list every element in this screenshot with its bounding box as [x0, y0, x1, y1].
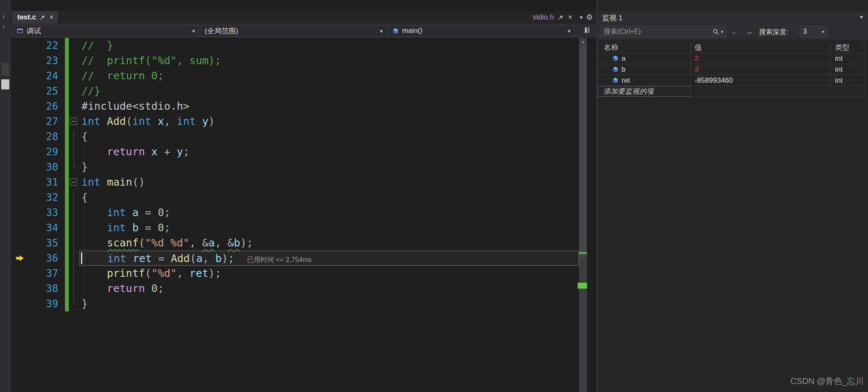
left-sidebar-strip: ‹ ‹: [0, 0, 11, 392]
code-text[interactable]: return x + y;: [79, 144, 579, 160]
code-text[interactable]: int Add(int x, int y): [79, 114, 579, 129]
watch-row-a[interactable]: a2int: [598, 53, 864, 64]
code-text[interactable]: //}: [79, 84, 579, 99]
watch-search-input[interactable]: 搜索(Ctrl+E) ▾: [600, 26, 726, 38]
code-text[interactable]: int ret = Add(a, b);已用时间 <= 2,754ms: [79, 251, 579, 266]
code-text[interactable]: }: [79, 296, 579, 311]
search-prev-icon[interactable]: ←: [731, 27, 738, 36]
breakpoint-margin[interactable]: [11, 296, 35, 311]
breakpoint-margin[interactable]: [11, 175, 35, 190]
close-icon[interactable]: ×: [568, 14, 572, 21]
breakpoint-margin[interactable]: [11, 38, 35, 53]
code-line-25[interactable]: 25//}: [11, 84, 579, 99]
watch-row-b[interactable]: b3int: [598, 64, 864, 75]
watch-row-ret[interactable]: ret-858993460int: [598, 75, 864, 86]
fold-collapse-icon[interactable]: −: [69, 114, 79, 129]
code-line-22[interactable]: 22// }: [11, 38, 579, 53]
breakpoint-margin[interactable]: [11, 190, 35, 205]
breakpoint-margin[interactable]: [11, 220, 35, 235]
code-text[interactable]: return 0;: [79, 281, 579, 296]
code-line-28[interactable]: 28{: [11, 129, 579, 144]
tab-test-c[interactable]: test.c ×: [12, 11, 58, 24]
code-text[interactable]: printf("%d", ret);: [79, 266, 579, 281]
close-icon[interactable]: ×: [49, 14, 53, 21]
code-line-26[interactable]: 26#include<stdio.h>: [11, 99, 579, 114]
code-line-38[interactable]: 38 return 0;: [11, 281, 579, 296]
watch-variable-value[interactable]: 2: [691, 53, 830, 64]
code-line-30[interactable]: 30}: [11, 160, 579, 175]
code-text[interactable]: #include<stdio.h>: [79, 99, 579, 114]
code-text[interactable]: // printf("%d", sum);: [79, 53, 579, 68]
code-text[interactable]: int b = 0;: [79, 220, 579, 235]
column-header-name[interactable]: 名称: [598, 42, 691, 53]
breakpoint-margin[interactable]: [11, 205, 35, 220]
chevron-down-icon[interactable]: ▾: [860, 14, 863, 20]
watch-variable-value[interactable]: 3: [691, 64, 830, 75]
watch-variable-value[interactable]: -858993460: [691, 75, 830, 86]
search-next-icon[interactable]: →: [745, 27, 753, 36]
code-line-31[interactable]: 31−int main(): [11, 175, 579, 190]
breakpoint-margin[interactable]: [11, 129, 35, 144]
code-editor[interactable]: 22// }23// printf("%d", sum);24// return…: [11, 38, 596, 392]
scroll-up-icon[interactable]: ▲: [579, 39, 587, 44]
breakpoint-margin[interactable]: [11, 114, 35, 129]
fold-collapse-icon[interactable]: −: [69, 175, 79, 190]
project-context-select[interactable]: 调试 ▾: [13, 25, 199, 37]
code-text[interactable]: // }: [79, 38, 579, 53]
breakpoint-margin[interactable]: [11, 53, 35, 68]
breakpoint-margin[interactable]: [11, 68, 35, 84]
change-tracking-bar: [65, 99, 69, 114]
code-text[interactable]: scanf("%d %d", &a, &b);: [79, 235, 579, 251]
code-line-33[interactable]: 33 int a = 0;: [11, 205, 579, 220]
code-text[interactable]: }: [79, 160, 579, 175]
search-depth-select[interactable]: 3 ▾: [800, 26, 827, 38]
breakpoint-margin[interactable]: [11, 266, 35, 281]
breakpoint-margin[interactable]: [11, 281, 35, 296]
column-header-value[interactable]: 值: [691, 42, 830, 53]
code-line-37[interactable]: 37 printf("%d", ret);: [11, 266, 579, 281]
chevron-left-icon[interactable]: ‹: [3, 13, 5, 20]
chevron-left-icon[interactable]: ‹: [3, 23, 5, 30]
code-line-39[interactable]: 39}: [11, 296, 579, 311]
fold-margin: [69, 235, 79, 251]
current-statement-arrow-icon[interactable]: [11, 251, 35, 266]
member-select[interactable]: main() ▾: [389, 25, 574, 37]
split-window-icon[interactable]: [584, 27, 590, 35]
breakpoint-margin[interactable]: [11, 84, 35, 99]
column-header-type[interactable]: 类型: [830, 42, 864, 53]
search-icon[interactable]: [713, 29, 719, 35]
tab-stdio-h[interactable]: stdio.h ×: [529, 11, 575, 24]
scrollbar-change-mark: [578, 283, 587, 289]
search-options-chevron-icon[interactable]: ▾: [721, 29, 723, 35]
collapsed-tool-tab-active[interactable]: [1, 79, 9, 89]
code-line-24[interactable]: 24// return 0;: [11, 68, 579, 84]
gear-icon[interactable]: ⚙: [586, 13, 593, 22]
code-line-32[interactable]: 32{: [11, 190, 579, 205]
code-text[interactable]: {: [79, 190, 579, 205]
add-watch-label[interactable]: 添加要监视的项: [603, 86, 654, 97]
code-line-36[interactable]: 36 int ret = Add(a, b);已用时间 <= 2,754ms: [11, 251, 579, 266]
breakpoint-margin[interactable]: [11, 144, 35, 160]
breakpoint-margin[interactable]: [11, 99, 35, 114]
code-line-23[interactable]: 23// printf("%d", sum);: [11, 53, 579, 68]
code-text[interactable]: {: [79, 129, 579, 144]
code-text[interactable]: // return 0;: [79, 68, 579, 84]
scope-select[interactable]: (全局范围) ▾: [201, 25, 387, 37]
keep-open-icon[interactable]: [558, 14, 564, 20]
code-line-29[interactable]: 29 return x + y;: [11, 144, 579, 160]
watch-add-row[interactable]: 添加要监视的项: [598, 86, 864, 97]
breakpoint-margin[interactable]: [11, 160, 35, 175]
vertical-scrollbar[interactable]: ▲: [579, 38, 587, 392]
gutter-gap: [58, 38, 65, 53]
code-line-35[interactable]: 35 scanf("%d %d", &a, &b);: [11, 235, 579, 251]
code-text[interactable]: int main(): [79, 175, 579, 190]
code-line-27[interactable]: 27−int Add(int x, int y): [11, 114, 579, 129]
scrollbar-thumb[interactable]: [580, 46, 586, 257]
collapsed-tool-tab[interactable]: [1, 62, 9, 76]
document-list-chevron-icon[interactable]: ▾: [580, 14, 583, 21]
pin-icon[interactable]: [40, 14, 46, 20]
code-text[interactable]: int a = 0;: [79, 205, 579, 220]
code-line-34[interactable]: 34 int b = 0;: [11, 220, 579, 235]
breakpoint-margin[interactable]: [11, 235, 35, 251]
watch-window-titlebar[interactable]: 监视 1 ▾: [598, 11, 868, 24]
